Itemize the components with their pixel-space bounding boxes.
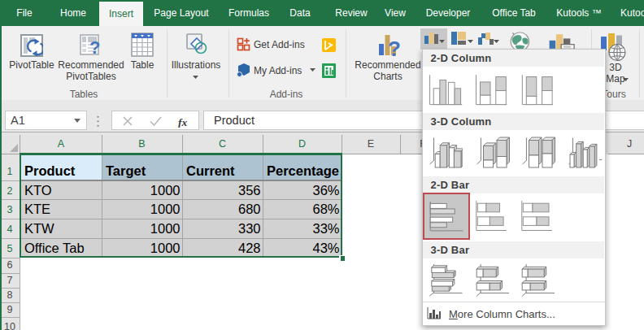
svg-text:?: ? <box>388 37 400 58</box>
svg-text:fx: fx <box>178 116 187 128</box>
svg-text:?: ? <box>89 37 100 57</box>
